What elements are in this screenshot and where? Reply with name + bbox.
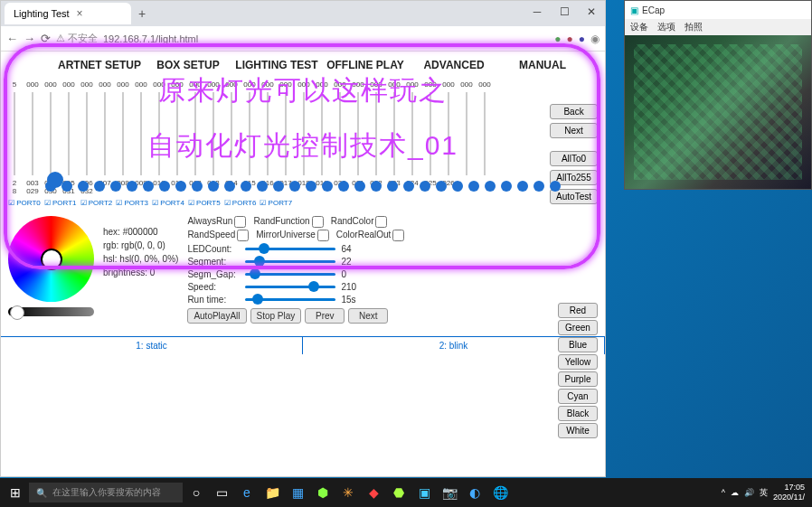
- cloud-icon[interactable]: ☁: [731, 488, 739, 497]
- camera-icon[interactable]: 📷: [438, 481, 461, 504]
- color-purple-button[interactable]: Purple: [558, 371, 598, 387]
- nav-lighting[interactable]: LIGHTING TEST: [232, 59, 321, 71]
- extension-icon[interactable]: ●: [554, 33, 561, 45]
- dmx-slider[interactable]: [296, 92, 312, 175]
- app-icon[interactable]: ◆: [362, 481, 385, 504]
- dmx-slider[interactable]: [24, 92, 41, 175]
- mirror-check[interactable]: MirrorUniverse: [256, 230, 329, 241]
- taskview-icon[interactable]: ▭: [210, 481, 233, 504]
- port-checkbox[interactable]: PORT3: [116, 199, 148, 207]
- color-black-button[interactable]: Black: [558, 406, 598, 421]
- back-button[interactable]: Back: [550, 104, 598, 119]
- url-text[interactable]: 192.168.7.1/light.html: [103, 33, 549, 44]
- mode-static[interactable]: 1: static: [1, 337, 303, 354]
- autoplayall-button[interactable]: AutoPlayAll: [187, 308, 246, 324]
- dmx-slider[interactable]: [386, 92, 402, 175]
- colorout-check[interactable]: ColorRealOut: [336, 230, 405, 241]
- app-icon[interactable]: ▣: [412, 481, 436, 504]
- randfunc-check[interactable]: RandFunction: [253, 216, 323, 228]
- dmx-slider[interactable]: [223, 92, 240, 175]
- nav-advanced[interactable]: ADVANCED: [410, 59, 498, 71]
- color-blue-button[interactable]: Blue: [558, 337, 598, 352]
- dmx-slider[interactable]: [133, 92, 149, 175]
- minimize-button[interactable]: ─: [524, 1, 551, 23]
- port-checkbox[interactable]: PORT6: [224, 199, 257, 207]
- port-checkbox[interactable]: PORT5: [188, 199, 221, 207]
- reload-icon[interactable]: ⟳: [41, 32, 51, 45]
- forward-icon[interactable]: →: [24, 32, 35, 45]
- close-button[interactable]: ✕: [578, 1, 605, 23]
- stopplay-button[interactable]: Stop Play: [250, 308, 302, 324]
- maximize-button[interactable]: ☐: [551, 1, 578, 23]
- ecap-menu-device[interactable]: 设备: [630, 21, 648, 33]
- browser-tab[interactable]: Lighting Test ×: [5, 3, 131, 24]
- nextplay-button[interactable]: Next: [348, 308, 388, 324]
- back-icon[interactable]: ←: [6, 32, 18, 45]
- ecap-title-bar[interactable]: ▣ ECap: [625, 1, 811, 19]
- dmx-slider[interactable]: [422, 92, 439, 175]
- dmx-slider[interactable]: [169, 92, 185, 175]
- dmx-slider[interactable]: [440, 92, 457, 175]
- dmx-slider[interactable]: [241, 92, 258, 175]
- security-warning[interactable]: ⚠ 不安全: [56, 32, 98, 45]
- color-red-button[interactable]: Red: [558, 303, 598, 318]
- allto0-button[interactable]: AllTo0: [550, 151, 598, 166]
- app-icon[interactable]: ◐: [463, 481, 486, 504]
- dmx-slider[interactable]: [79, 92, 95, 175]
- port-checkbox[interactable]: PORT4: [152, 199, 184, 207]
- new-tab-button[interactable]: +: [131, 6, 153, 21]
- app-icon[interactable]: ⬣: [387, 481, 411, 504]
- ledcount-slider[interactable]: [245, 248, 335, 250]
- nav-artnet[interactable]: ARTNET SETUP: [55, 59, 144, 71]
- allto255-button[interactable]: AllTo255: [550, 170, 598, 185]
- dmx-slider[interactable]: [458, 92, 475, 175]
- port-checkbox[interactable]: PORT2: [80, 199, 113, 207]
- dmx-slider[interactable]: [6, 92, 23, 175]
- edge-icon[interactable]: e: [235, 481, 259, 504]
- color-wheel[interactable]: [8, 216, 94, 302]
- prev-button[interactable]: Prev: [305, 308, 345, 324]
- color-yellow-button[interactable]: Yellow: [558, 354, 598, 370]
- dmx-slider[interactable]: [314, 92, 330, 175]
- gap-slider[interactable]: [245, 273, 335, 276]
- dmx-slider[interactable]: [115, 92, 131, 175]
- color-white-button[interactable]: White: [558, 423, 598, 438]
- dmx-slider[interactable]: [332, 92, 348, 175]
- speed-slider[interactable]: [245, 286, 335, 288]
- port-checkbox[interactable]: PORT7: [260, 199, 292, 207]
- chrome-icon[interactable]: 🌐: [488, 481, 512, 504]
- dmx-slider[interactable]: [404, 92, 420, 175]
- dmx-slider[interactable]: [278, 92, 294, 175]
- nav-manual[interactable]: MANUAL: [498, 59, 587, 71]
- search-box[interactable]: 🔍 在这里输入你要搜索的内容: [29, 483, 183, 502]
- app-icon[interactable]: ▦: [286, 481, 309, 504]
- extension-icon[interactable]: ●: [579, 33, 585, 45]
- nav-offline[interactable]: OFFLINE PLAY: [321, 59, 410, 71]
- dmx-slider[interactable]: [187, 92, 203, 175]
- autotest-button[interactable]: AutoTest: [550, 189, 598, 204]
- port-checkbox[interactable]: PORT1: [44, 199, 77, 207]
- explorer-icon[interactable]: 📁: [260, 481, 284, 504]
- ecap-menu-capture[interactable]: 拍照: [685, 21, 703, 33]
- alwaysrun-check[interactable]: AlwaysRun: [187, 216, 246, 228]
- close-tab-icon[interactable]: ×: [77, 7, 83, 20]
- cortana-icon[interactable]: ○: [184, 481, 208, 504]
- app-icon[interactable]: ✳: [336, 481, 360, 504]
- brightness-slider[interactable]: [8, 307, 94, 316]
- extension-icon[interactable]: ●: [567, 33, 573, 45]
- dmx-slider[interactable]: [97, 92, 113, 175]
- dmx-slider[interactable]: [61, 92, 77, 175]
- dmx-slider[interactable]: [368, 92, 384, 175]
- dmx-slider[interactable]: [477, 92, 493, 175]
- dmx-slider[interactable]: [42, 92, 59, 175]
- volume-icon[interactable]: 🔊: [744, 488, 754, 497]
- tray-up-icon[interactable]: ^: [722, 488, 725, 497]
- dmx-slider[interactable]: [205, 92, 222, 175]
- next-button[interactable]: Next: [550, 123, 598, 138]
- runtime-slider[interactable]: [245, 298, 335, 301]
- randspeed-check[interactable]: RandSpeed: [187, 230, 249, 241]
- randcolor-check[interactable]: RandColor: [331, 216, 388, 228]
- color-cyan-button[interactable]: Cyan: [558, 389, 598, 404]
- dmx-slider[interactable]: [260, 92, 276, 175]
- dmx-slider[interactable]: [350, 92, 366, 175]
